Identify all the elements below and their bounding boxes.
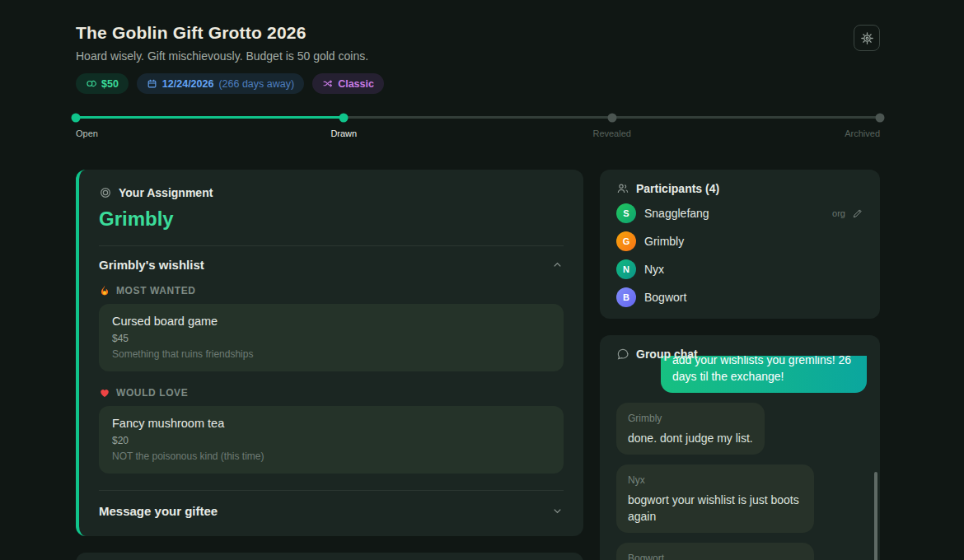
giftee-wishlist-item: Fancy mushroom tea $20 NOT the poisonous…	[99, 406, 564, 474]
section-label-text: WOULD LOVE	[116, 387, 188, 399]
stage-dot-archived	[876, 113, 885, 122]
target-icon	[99, 186, 112, 199]
coins-icon	[86, 78, 96, 89]
wishlist-section-would-love: WOULD LOVE	[99, 387, 564, 399]
date-badge: 12/24/2026 (266 days away)	[137, 73, 304, 94]
people-icon	[616, 182, 629, 195]
chat-bubble: Nyx bogwort your wishlist is just boots …	[616, 464, 814, 533]
divider	[99, 490, 564, 491]
stepper-fill	[77, 116, 344, 119]
chat-bubble-own: add your wishlists you gremlins! 26 days…	[661, 356, 867, 393]
message-giftee-collapse[interactable]: Message your giftee	[99, 504, 564, 518]
flame-icon	[99, 284, 110, 296]
participant-row: S Snagglefang org	[616, 203, 863, 223]
budget-badge-label: $50	[101, 78, 119, 90]
assignment-header-label: Your Assignment	[119, 186, 213, 199]
page: The Goblin Gift Grotto 2026 Hoard wisely…	[76, 0, 880, 560]
group-chat-header: Group chat	[616, 348, 867, 361]
participant-row: N Nyx	[616, 259, 863, 279]
header-text-block: The Goblin Gift Grotto 2026 Hoard wisely…	[76, 23, 384, 94]
chat-bubble: Grimbly done. dont judge my list.	[616, 403, 765, 455]
stage-label-open: Open	[76, 128, 98, 138]
participants-header: Participants (4)	[616, 182, 863, 195]
wishlist-section-most-wanted: MOST WANTED	[99, 284, 564, 296]
mode-badge-label: Classic	[338, 78, 374, 90]
date-badge-note: (266 days away)	[218, 78, 294, 90]
your-wishlist-card: Your wishlist	[76, 553, 583, 560]
pencil-icon[interactable]	[852, 208, 863, 219]
chat-message-list: add your wishlists you gremlins! 26 days…	[616, 356, 867, 560]
section-label-text: MOST WANTED	[116, 285, 196, 296]
page-subtitle: Hoard wisely. Gift mischievously. Budget…	[76, 49, 384, 63]
participants-card: Participants (4) S Snagglefang org G Gri…	[600, 170, 880, 319]
gear-icon	[860, 31, 874, 45]
group-chat-title: Group chat	[636, 348, 698, 361]
participants-title: Participants (4)	[636, 182, 719, 195]
right-column: Participants (4) S Snagglefang org G Gri…	[600, 170, 880, 560]
stepper-track	[77, 116, 879, 119]
chat-author: Nyx	[628, 472, 803, 488]
participant-name: Nyx	[644, 263, 664, 276]
stage-label-archived: Archived	[845, 128, 880, 138]
stage-dot-open	[72, 113, 81, 122]
status-stepper: Open Drawn Revealed Archived	[76, 109, 880, 145]
budget-badge: $50	[76, 73, 129, 94]
stage-label-revealed: Revealed	[592, 128, 630, 138]
avatar: G	[616, 231, 636, 251]
wish-item-name: Fancy mushroom tea	[112, 417, 550, 430]
assignment-card: Your Assignment Grimbly Grimbly's wishli…	[76, 170, 583, 536]
settings-button[interactable]	[854, 25, 880, 51]
chat-message: Nyx bogwort your wishlist is just boots …	[616, 464, 867, 533]
giftee-wishlist-item: Cursed board game $45 Something that rui…	[99, 304, 564, 371]
wish-item-name: Cursed board game	[112, 315, 550, 328]
giftee-wishlist-collapse[interactable]: Grimbly's wishlist	[99, 258, 564, 272]
message-giftee-label: Message your giftee	[99, 504, 218, 518]
chat-author: Bogwort	[628, 550, 803, 560]
stage-label-drawn: Drawn	[330, 128, 357, 138]
calendar-icon	[147, 78, 157, 89]
participant-row: B Bogwort	[616, 287, 863, 307]
chat-message-own: add your wishlists you gremlins! 26 days…	[616, 356, 867, 393]
chat-message: Grimbly done. dont judge my list.	[616, 403, 867, 455]
wish-item-price: $45	[112, 333, 550, 344]
avatar: B	[616, 287, 636, 307]
shuffle-icon	[322, 78, 333, 89]
page-title: The Goblin Gift Grotto 2026	[76, 23, 384, 43]
chat-bubble: Bogwort THE SWAMP KEEPS EATING THEM	[616, 543, 814, 560]
chat-scrollbar[interactable]	[874, 472, 877, 560]
mode-badge: Classic	[312, 73, 384, 94]
participant-name: Snagglefang	[644, 207, 709, 220]
heart-icon	[99, 387, 110, 399]
stage-dot-drawn	[339, 113, 349, 122]
left-column: Your Assignment Grimbly Grimbly's wishli…	[76, 170, 583, 560]
group-chat-card: Group chat add your wishlists you gremli…	[600, 335, 880, 560]
participant-row: G Grimbly	[616, 231, 863, 251]
wish-item-price: $20	[112, 435, 550, 446]
chevron-up-icon[interactable]	[551, 259, 564, 271]
avatar: S	[616, 203, 636, 223]
wish-item-note: Something that ruins friendships	[112, 348, 550, 360]
wish-item-note: NOT the poisonous kind (this time)	[112, 450, 550, 462]
chat-text: done. dont judge my list.	[628, 430, 753, 446]
giftee-wishlist-title: Grimbly's wishlist	[99, 258, 204, 272]
date-badge-label: 12/24/2026	[162, 78, 214, 90]
chevron-down-icon[interactable]	[551, 505, 564, 517]
badges-row: $50 12/24/2026 (266 days away) Classic	[76, 73, 384, 94]
chat-author: Grimbly	[628, 410, 753, 427]
assignment-card-header: Your Assignment	[99, 186, 564, 199]
chat-bubble-icon	[616, 348, 629, 361]
participant-name: Grimbly	[644, 235, 684, 248]
page-header: The Goblin Gift Grotto 2026 Hoard wisely…	[76, 23, 880, 94]
divider	[99, 245, 564, 246]
stage-dot-revealed	[607, 113, 616, 122]
org-badge: org	[832, 208, 845, 218]
chat-message: Bogwort THE SWAMP KEEPS EATING THEM	[616, 543, 867, 560]
giftee-name: Grimbly	[99, 208, 564, 231]
avatar: N	[616, 259, 636, 279]
chat-text: bogwort your wishlist is just boots agai…	[628, 492, 803, 525]
participant-name: Bogwort	[644, 291, 686, 304]
